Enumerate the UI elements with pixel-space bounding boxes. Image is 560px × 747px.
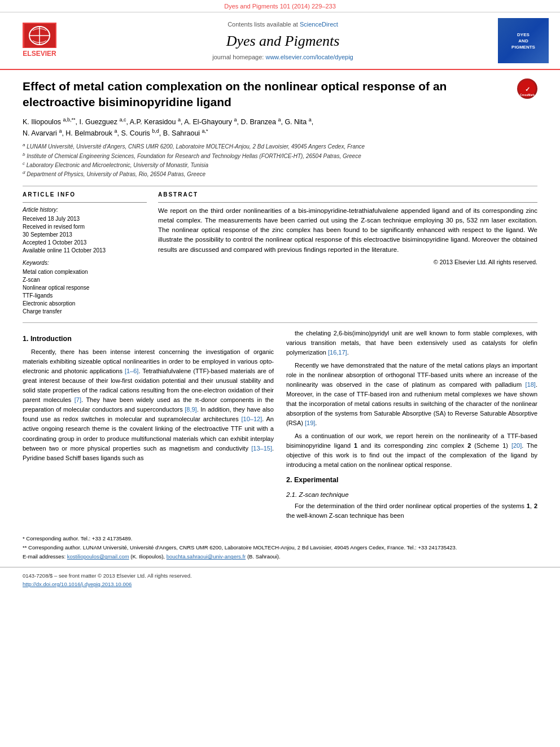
ref-10-12: [10–12] <box>242 416 262 422</box>
info-divider <box>23 202 147 203</box>
ref-20: [20] <box>511 442 522 449</box>
elsevier-logo: ELSEVIER <box>11 23 68 59</box>
article-history: Article history: Received 18 July 2013 R… <box>23 206 147 255</box>
affiliation-a: a LUNAM Université, Université d'Angers,… <box>23 142 537 151</box>
ref-7: [7] <box>75 396 81 403</box>
body-left-col: 1. Introduction Recently, there has been… <box>23 329 274 524</box>
abstract-heading: ABSTRACT <box>158 191 537 199</box>
authors: K. Iliopoulos a,b,**, I. Guezguez a,c, A… <box>23 116 537 138</box>
footer: 0143-7208/$ – see front matter © 2013 El… <box>0 567 560 594</box>
history-title: Article history: <box>23 206 147 214</box>
right-para3: As a continuation of our work, we report… <box>286 431 537 470</box>
main-content: Effect of metal cation complexation on t… <box>0 70 560 532</box>
email2-link[interactable]: bouchta.sahraoui@univ-angers.fr <box>167 553 246 560</box>
affiliations: a LUNAM Université, Université d'Angers,… <box>23 142 537 178</box>
ref-16-17: [16,17] <box>328 349 347 356</box>
ref-13-15: [13–15] <box>251 445 272 452</box>
contents-line: Contents lists available at ScienceDirec… <box>68 20 498 29</box>
thumb-line1: DYES <box>517 32 530 38</box>
copyright-text: © 2013 Elsevier Ltd. All rights reserved… <box>158 258 537 267</box>
article-info-abstract-row: ARTICLE INFO Article history: Received 1… <box>23 191 537 316</box>
affiliation-c: c Laboratory Electronic and Microelectro… <box>23 160 537 169</box>
keywords-section: Keywords: Metal cation complexation Z-sc… <box>23 259 147 316</box>
elsevier-text: ELSEVIER <box>23 49 56 59</box>
svg-text:✓: ✓ <box>525 86 530 93</box>
thumb-line2: AND <box>518 38 528 44</box>
top-bar: Dyes and Pigments 101 (2014) 229–233 <box>0 0 560 12</box>
keywords-title: Keywords: <box>23 259 147 267</box>
issn-line: 0143-7208/$ – see front matter © 2013 El… <box>23 572 537 579</box>
available-date: Available online 11 October 2013 <box>23 247 147 255</box>
journal-header-center: Contents lists available at ScienceDirec… <box>68 20 498 62</box>
zscan-subheading: 2.1. Z-scan technique <box>286 490 537 499</box>
revised-date: 30 September 2013 <box>23 231 147 239</box>
intro-heading: 1. Introduction <box>23 334 274 344</box>
article-title-row: Effect of metal cation complexation on t… <box>23 78 537 110</box>
crossmark-badge: ✓ CrossMark <box>517 78 537 99</box>
homepage-link[interactable]: www.elsevier.com/locate/dyepig <box>265 54 353 60</box>
article-title-text: Effect of metal cation complexation on t… <box>23 78 517 110</box>
journal-title: Dyes and Pigments <box>68 31 498 51</box>
doi-link[interactable]: http://dx.doi.org/10.1016/j.dyepig.2013.… <box>23 581 132 587</box>
keyword-3: Nonlinear optical response <box>23 284 147 292</box>
accepted-date: Accepted 1 October 2013 <box>23 239 147 247</box>
keyword-4: TTF-ligands <box>23 292 147 300</box>
keyword-2: Z-scan <box>23 276 147 284</box>
journal-header: ELSEVIER Contents lists available at Sci… <box>0 12 560 70</box>
keywords-list: Metal cation complexation Z-scan Nonline… <box>23 268 147 316</box>
article-info-col: ARTICLE INFO Article history: Received 1… <box>23 191 147 316</box>
journal-ref: Dyes and Pigments 101 (2014) 229–233 <box>224 3 336 10</box>
footnotes: * Corresponding author. Tel.: +33 2 4173… <box>0 532 560 561</box>
keyword-5: Electronic absorption <box>23 300 147 308</box>
received-date: Received 18 July 2013 <box>23 215 147 223</box>
ref-1-6: [1–6] <box>125 368 138 374</box>
experimental-heading: 2. Experimental <box>286 475 537 486</box>
ref-8-9: [8,9] <box>185 406 196 413</box>
keyword-1: Metal cation complexation <box>23 268 147 276</box>
ref-18: [18] <box>526 381 536 388</box>
homepage-line: journal homepage: www.elsevier.com/locat… <box>68 53 498 62</box>
svg-text:CrossMark: CrossMark <box>520 93 535 97</box>
body-divider <box>23 322 537 323</box>
header-divider <box>23 186 537 186</box>
thumb-line3: PIGMENTS <box>511 44 535 50</box>
keyword-6: Charge transfer <box>23 308 147 316</box>
zscan-para: For the determination of the third order… <box>286 501 537 521</box>
received-revised-label: Received in revised form <box>23 223 147 231</box>
affiliation-d: d Department of Physics, University of P… <box>23 169 537 178</box>
abstract-text: We report on the third order nonlinearit… <box>158 206 537 255</box>
email1-link[interactable]: kostiliopoulos@gmail.com <box>67 553 129 560</box>
intro-para1: Recently, there has been intense interes… <box>23 347 274 463</box>
sciencedirect-link[interactable]: ScienceDirect <box>300 21 338 28</box>
ref-19: [19] <box>305 420 315 426</box>
affiliation-b: b Institute of Chemical Engineering Scie… <box>23 151 537 160</box>
elsevier-logo-image <box>23 23 56 48</box>
email-footnote: E-mail addresses: kostiliopoulos@gmail.c… <box>23 553 537 561</box>
body-right-col: the chelating 2,6-bis(imino)pyridyl unit… <box>286 329 537 524</box>
doublestar-footnote: ** Corresponding author. LUNAM Universit… <box>23 544 537 552</box>
article-info-heading: ARTICLE INFO <box>23 191 147 199</box>
star-footnote: * Corresponding author. Tel.: +33 2 4173… <box>23 535 537 543</box>
authors-text: K. Iliopoulos a,b,**, I. Guezguez a,c, A… <box>23 118 313 137</box>
right-para1: the chelating 2,6-bis(imino)pyridyl unit… <box>286 329 537 357</box>
doi-line: http://dx.doi.org/10.1016/j.dyepig.2013.… <box>23 580 537 588</box>
abstract-divider <box>158 202 537 203</box>
journal-thumbnail: DYES AND PIGMENTS <box>498 18 549 63</box>
right-para2: Recently we have demonstrated that the n… <box>286 361 537 428</box>
body-two-col: 1. Introduction Recently, there has been… <box>23 329 537 524</box>
abstract-col: ABSTRACT We report on the third order no… <box>158 191 537 316</box>
